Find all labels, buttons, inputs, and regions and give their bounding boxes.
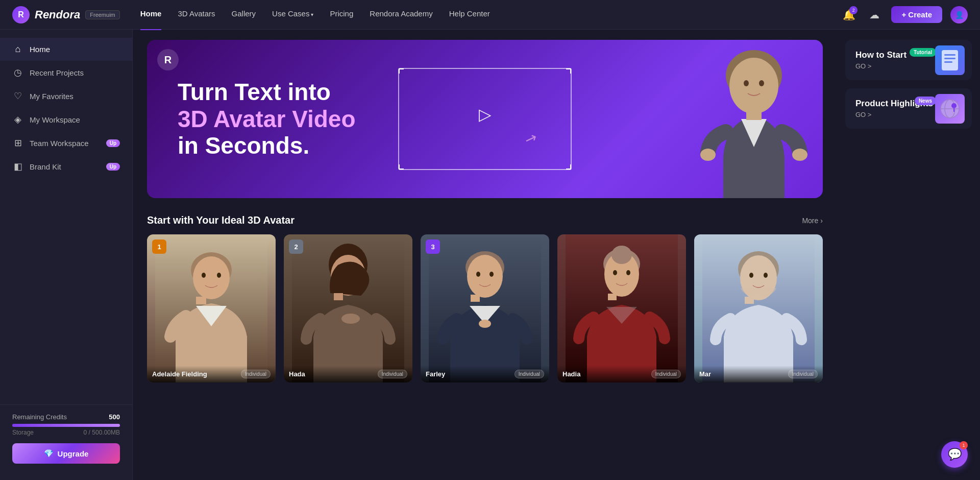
nav-home[interactable]: Home: [140, 9, 162, 20]
more-label: More: [802, 217, 818, 225]
svg-point-22: [467, 255, 503, 298]
svg-point-10: [202, 273, 206, 278]
svg-rect-18: [334, 293, 343, 300]
credits-value: 500: [109, 413, 120, 421]
workspace-icon: ◈: [12, 114, 23, 125]
svg-point-5: [792, 149, 807, 161]
news-badge: News: [915, 97, 936, 105]
avatar-image-hada: [284, 234, 412, 382]
credits-label: Remaining Credits: [12, 413, 67, 421]
individual-badge-hada: Individual: [378, 370, 407, 378]
credits-progress-fill: [12, 424, 120, 427]
user-avatar[interactable]: 👤: [950, 6, 968, 23]
notification-button[interactable]: 🔔 2: [840, 6, 857, 23]
tutorial-badge: Tutorial: [910, 48, 936, 57]
svg-rect-43: [944, 61, 952, 63]
sidebar-item-home[interactable]: ⌂ Home: [0, 38, 132, 61]
avatar-image-hadia: [557, 234, 686, 382]
how-to-start-card[interactable]: How to Start Tutorial GO >: [845, 40, 972, 80]
nav-use-cases[interactable]: Use Cases▾: [272, 9, 313, 20]
sidebar-item-recent-projects[interactable]: ◷ Recent Projects: [0, 61, 132, 84]
avatar-card-mar[interactable]: Mar Individual: [694, 234, 823, 382]
svg-point-31: [626, 270, 630, 275]
avatar-name-adelaide: Adelaide Fielding: [152, 370, 207, 378]
sidebar-favorites-label: My Favorites: [30, 92, 74, 101]
individual-badge-mar: Individual: [788, 370, 818, 378]
avatar-footer-hada: Hada Individual: [284, 366, 412, 382]
hero-title-line2: 3D Avatar Video: [178, 106, 356, 133]
sidebar-brand-label: Brand Kit: [30, 162, 61, 171]
more-chevron: ›: [820, 217, 823, 225]
sidebar-item-my-workspace[interactable]: ◈ My Workspace: [0, 108, 132, 131]
nav-rendora-academy[interactable]: Rendora Academy: [370, 9, 432, 20]
nav-pricing[interactable]: Pricing: [330, 9, 353, 20]
logo-text: Rendora: [35, 8, 80, 21]
team-icon: ⊞: [12, 137, 23, 149]
svg-point-2: [744, 80, 749, 86]
chat-button[interactable]: 💬 1: [941, 441, 968, 468]
sidebar-home-label: Home: [30, 45, 50, 54]
sidebar-item-team-workspace[interactable]: ⊞ Team Workspace Up: [0, 131, 132, 155]
upgrade-icon: 💎: [44, 449, 54, 458]
pointer-icon: ▷: [479, 105, 492, 124]
hero-title-line1: Turn Text into: [178, 79, 356, 106]
recent-icon: ◷: [12, 67, 23, 78]
sidebar-bottom: Remaining Credits 500 Storage 0 / 500.00…: [0, 404, 132, 472]
svg-rect-39: [745, 297, 754, 304]
svg-point-26: [479, 320, 491, 328]
brand-icon: ◧: [12, 161, 23, 172]
more-link[interactable]: More ›: [802, 217, 823, 225]
svg-point-37: [749, 273, 753, 278]
sidebar-item-my-favorites[interactable]: ♡ My Favorites: [0, 84, 132, 108]
svg-point-4: [700, 149, 716, 161]
avatar-name-farley: Farley: [426, 370, 445, 378]
rank-badge-2: 2: [289, 239, 303, 254]
avatar-image-mar: [694, 234, 823, 382]
sidebar-item-brand-kit[interactable]: ◧ Brand Kit Up: [0, 155, 132, 178]
svg-rect-40: [942, 50, 958, 70]
section-header: Start with Your Ideal 3D Avatar More ›: [147, 214, 823, 226]
sidebar-workspace-label: My Workspace: [30, 115, 80, 124]
upgrade-button[interactable]: 💎 Upgrade: [12, 443, 120, 464]
svg-point-3: [759, 80, 764, 86]
storage-value: 0 / 500.00MB: [84, 429, 120, 436]
rank-badge-3: 3: [426, 239, 440, 254]
cloud-button[interactable]: ☁: [866, 6, 883, 23]
notification-badge: 2: [849, 6, 857, 14]
section-title: Start with Your Ideal 3D Avatar: [147, 214, 295, 226]
avatar-card-hada[interactable]: 2 Hada Individual: [284, 234, 412, 382]
nav-help-center[interactable]: Help Center: [449, 9, 490, 20]
hero-title: Turn Text into 3D Avatar Video in Second…: [178, 79, 356, 160]
main-layout: ⌂ Home ◷ Recent Projects ♡ My Favorites …: [0, 30, 980, 480]
svg-point-23: [476, 272, 480, 277]
avatar-image-adelaide: [147, 234, 276, 382]
svg-rect-25: [471, 295, 480, 302]
sidebar: ⌂ Home ◷ Recent Projects ♡ My Favorites …: [0, 30, 133, 480]
individual-badge-hadia: Individual: [651, 370, 681, 378]
brand-badge: Up: [106, 163, 120, 171]
avatar-card-farley[interactable]: 3 Farley Individual: [421, 234, 549, 382]
hero-banner: R Turn Text into 3D Avatar Video in Seco…: [147, 40, 823, 198]
logo-icon[interactable]: R: [12, 6, 30, 23]
create-button[interactable]: + Create: [891, 6, 942, 23]
avatar-name-hadia: Hadia: [562, 370, 580, 378]
hero-text: Turn Text into 3D Avatar Video in Second…: [147, 58, 356, 180]
avatar-card-adelaide[interactable]: 1 Adelaide Fielding Individual: [147, 234, 276, 382]
avatar-card-hadia[interactable]: Hadia Individual: [557, 234, 686, 382]
avatar-footer-mar: Mar Individual: [694, 366, 823, 382]
svg-rect-12: [196, 297, 206, 304]
hero-title-line3: in Seconds.: [178, 132, 356, 159]
storage-row: Storage 0 / 500.00MB: [12, 429, 120, 436]
svg-rect-32: [608, 294, 617, 300]
product-highlights-card[interactable]: Product Highlights News GO >: [845, 88, 972, 129]
svg-rect-41: [944, 54, 955, 56]
avatar-grid: 1 Adelaide Fielding Individual: [147, 234, 823, 382]
svg-rect-42: [944, 58, 955, 59]
nav-links: Home 3D Avatars Gallery Use Cases▾ Prici…: [140, 9, 841, 20]
svg-point-33: [611, 246, 632, 264]
credits-row: Remaining Credits 500: [12, 413, 120, 421]
use-cases-chevron: ▾: [311, 12, 313, 17]
nav-gallery[interactable]: Gallery: [232, 9, 256, 20]
favorites-icon: ♡: [12, 90, 23, 102]
nav-3d-avatars[interactable]: 3D Avatars: [178, 9, 215, 20]
